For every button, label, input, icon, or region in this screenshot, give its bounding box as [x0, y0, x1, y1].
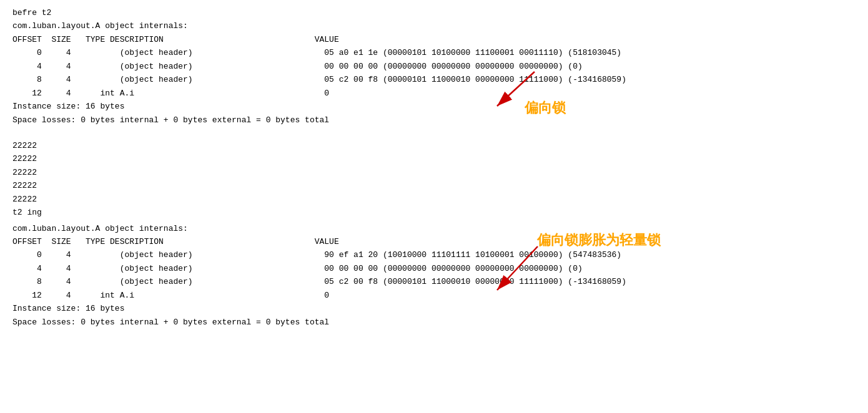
space-losses-2: Space losses: 0 bytes internal + 0 bytes…: [12, 316, 856, 329]
row-1-0: 0 4 (object header) 05 a0 e1 1e (0000010…: [12, 46, 856, 59]
section1: befre t2 com.luban.layout.A object inter…: [12, 6, 856, 127]
row-2-3: 12 4 int A.i 0: [12, 289, 856, 302]
row-2-1: 4 4 (object header) 00 00 00 00 (0000000…: [12, 262, 856, 275]
middle-line-2: 22222: [12, 152, 856, 165]
middle-line-4: 22222: [12, 179, 856, 192]
main-content: befre t2 com.luban.layout.A object inter…: [12, 6, 856, 329]
header-2: OFFSET SIZE TYPE DESCRIPTION VALUE: [12, 235, 856, 248]
space-losses-1: Space losses: 0 bytes internal + 0 bytes…: [12, 114, 856, 127]
row-2-0: 0 4 (object header) 90 ef a1 20 (1001000…: [12, 248, 856, 261]
page-wrapper: 偏向锁 偏向锁膨胀为轻量锁 befre t2 com.luban.la: [12, 6, 856, 329]
instance-size-1: Instance size: 16 bytes: [12, 100, 856, 113]
middle-line-5: 22222: [12, 193, 856, 206]
svg-line-3: [497, 246, 538, 290]
class-label-2: com.luban.layout.A object internals:: [12, 222, 856, 235]
middle-line-3: 22222: [12, 166, 856, 179]
header-1: OFFSET SIZE TYPE DESCRIPTION VALUE: [12, 33, 856, 46]
row-1-1: 4 4 (object header) 00 00 00 00 (0000000…: [12, 60, 856, 73]
spacer1: [12, 129, 856, 139]
row-1-3: 12 4 int A.i 0: [12, 87, 856, 100]
class-label-1: com.luban.layout.A object internals:: [12, 19, 856, 32]
before-label: befre t2: [12, 6, 856, 19]
section2: com.luban.layout.A object internals: OFF…: [12, 222, 856, 329]
arrow-lightweight-lock: [485, 243, 560, 302]
row-2-2: 8 4 (object header) 05 c2 00 f8 (0000010…: [12, 275, 856, 288]
instance-size-2: Instance size: 16 bytes: [12, 302, 856, 315]
arrow-biased-lock: [485, 66, 560, 118]
middle-line-1: 22222: [12, 139, 856, 152]
t2-ing-label: t2 ing: [12, 206, 856, 219]
row-1-2: 8 4 (object header) 05 c2 00 f8 (0000010…: [12, 73, 856, 86]
middle-section: 22222 22222 22222 22222 22222 t2 ing: [12, 139, 856, 220]
svg-line-1: [497, 72, 535, 106]
